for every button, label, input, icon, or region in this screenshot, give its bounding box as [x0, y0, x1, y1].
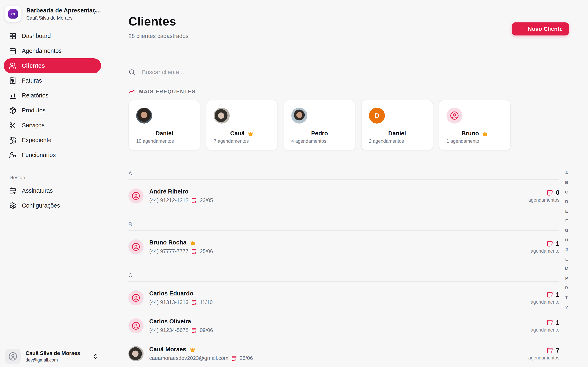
sidebar-item-label: Dashboard [22, 33, 51, 39]
app-logo [5, 6, 21, 22]
sidebar-item-configuracoes[interactable]: Configurações [4, 198, 101, 213]
sidebar-item-relatorios[interactable]: Relatórios [4, 88, 101, 103]
sidebar-item-label: Relatórios [22, 92, 49, 99]
section-divider [129, 230, 559, 231]
sidebar-item-assinaturas[interactable]: Assinaturas [4, 183, 101, 198]
client-row[interactable]: André Ribeiro (44) 91212-1212 23/05 0 ag… [129, 182, 559, 210]
calendar-heart-icon [547, 347, 553, 354]
client-name: André Ribeiro [149, 188, 189, 195]
calendar-heart-icon [191, 249, 197, 254]
avatar [291, 108, 307, 124]
user-circle-icon [450, 111, 459, 120]
appointments-count-label: agendamento [531, 327, 559, 333]
alphabet-index: A B C D E F G H J L M P R T V [565, 170, 569, 309]
section-letter: B [129, 221, 559, 227]
client-phone: (44) 97777-7777 [149, 248, 189, 254]
page-title: Clientes [129, 14, 189, 28]
sidebar-nav: Dashboard Agendamentos Clientes Faturas … [4, 29, 101, 213]
alphabet-letter[interactable]: E [565, 209, 568, 214]
client-date: 25/06 [240, 355, 253, 361]
sidebar-item-agendamentos[interactable]: Agendamentos [4, 43, 101, 58]
appointments-count: 7 [556, 347, 559, 354]
client-row[interactable]: Cliente Ronaldo 77 [129, 364, 559, 367]
appointments-count: 1 [556, 291, 559, 298]
alphabet-letter[interactable]: C [565, 190, 568, 194]
search-bar [129, 69, 569, 76]
bar-chart-icon [9, 92, 16, 99]
frequent-card[interactable]: Cauã 7 agendamentos [206, 100, 278, 150]
user-circle-icon [132, 322, 140, 330]
client-date: 25/06 [200, 248, 213, 254]
calendar-icon [9, 47, 16, 55]
frequent-card[interactable]: D Daniel 2 agendamentos [361, 100, 433, 150]
chevrons-up-down-icon[interactable] [93, 353, 99, 360]
alphabet-letter[interactable]: H [565, 238, 568, 242]
appointments-count-label: agendamento [531, 299, 559, 305]
list-section-c: C Carlos Eduardo (44) 91313-1313 11/10 [129, 272, 559, 367]
alphabet-letter[interactable]: V [565, 305, 568, 309]
alphabet-letter[interactable]: A [565, 170, 568, 175]
avatar [129, 239, 144, 254]
avatar [447, 108, 462, 124]
alphabet-letter[interactable]: L [565, 257, 568, 262]
user-name: Cauã Silva de Moraes [26, 350, 80, 356]
alphabet-letter[interactable]: D [565, 199, 568, 204]
sidebar-item-servicos[interactable]: Serviços [4, 118, 101, 133]
client-name: Bruno Rocha [149, 239, 186, 246]
client-phone: (44) 91234-5678 [149, 327, 189, 333]
client-row[interactable]: Carlos Oliveira (44) 91234-5678 09/06 1 … [129, 312, 559, 340]
new-client-button-label: Novo Cliente [528, 26, 563, 32]
appointments-count-label: agendamentos [528, 197, 559, 203]
sidebar-item-produtos[interactable]: Produtos [4, 103, 101, 118]
alphabet-letter[interactable]: G [565, 228, 568, 233]
new-client-button[interactable]: Novo Cliente [512, 22, 569, 35]
frequent-card[interactable]: Bruno 1 agendamento [439, 100, 511, 150]
sidebar-item-funcionarios[interactable]: Funcionários [4, 148, 101, 162]
alphabet-letter[interactable]: R [565, 285, 568, 290]
alphabet-letter[interactable]: T [565, 295, 568, 300]
alphabet-letter[interactable]: J [565, 247, 568, 252]
sidebar-item-label: Serviços [22, 122, 44, 129]
sidebar-item-expediente[interactable]: Expediente [4, 133, 101, 148]
sidebar-section-gestao: Gestão [9, 175, 101, 180]
client-row[interactable]: Cauã Moraes cauamoraesdev2023@gmail.com … [129, 340, 559, 367]
sidebar-item-label: Agendamentos [22, 48, 62, 54]
clients-count: 28 clientes cadastrados [129, 33, 189, 39]
client-name: Pedro [311, 130, 328, 137]
calendar-heart-icon [547, 291, 553, 298]
client-row[interactable]: Bruno Rocha (44) 97777-7777 25/06 1 agen… [129, 233, 559, 261]
sidebar-item-label: Faturas [22, 77, 42, 84]
alphabet-letter[interactable]: B [565, 180, 568, 185]
client-name: Daniel [388, 130, 406, 137]
client-date: 23/05 [200, 197, 213, 203]
frequent-card[interactable]: Daniel 10 agendamentos [129, 100, 200, 150]
workspace-header: Barbearia de Apresentaç... Cauã Silva de… [4, 6, 101, 22]
list-section-b: B Bruno Rocha (44) 97777-7777 25/06 [129, 221, 559, 261]
section-divider [129, 281, 559, 282]
sidebar-item-faturas[interactable]: Faturas [4, 73, 101, 88]
search-input[interactable] [142, 69, 366, 76]
alphabet-letter[interactable]: M [565, 266, 569, 271]
scissors-icon [9, 122, 16, 129]
avatar [129, 318, 144, 333]
sidebar-item-clientes[interactable]: Clientes [4, 58, 101, 73]
user-circle-icon [132, 192, 140, 200]
sidebar-item-label: Assinaturas [22, 187, 53, 194]
client-name: Carlos Eduardo [149, 290, 193, 297]
appointments-count: 2 agendamentos [369, 138, 404, 144]
crown-icon [190, 346, 196, 352]
alphabet-letter[interactable]: F [565, 218, 568, 223]
calendar-heart-icon [9, 187, 16, 194]
user-menu[interactable]: Cauã Silva de Moraes dev@gmail.com [4, 349, 101, 364]
logo-m-icon [10, 11, 16, 17]
crown-icon [482, 131, 488, 137]
appointments-count: 1 [556, 240, 559, 247]
invoice-icon [9, 77, 16, 84]
client-row[interactable]: Carlos Eduardo (44) 91313-1313 11/10 1 a… [129, 284, 559, 312]
frequent-card[interactable]: Pedro 4 agendamentos [284, 100, 355, 150]
user-circle-icon [132, 294, 140, 302]
sidebar-item-dashboard[interactable]: Dashboard [4, 29, 101, 43]
alphabet-letter[interactable]: P [565, 276, 568, 281]
sidebar-item-label: Configurações [22, 202, 60, 209]
section-letter: C [129, 272, 559, 278]
